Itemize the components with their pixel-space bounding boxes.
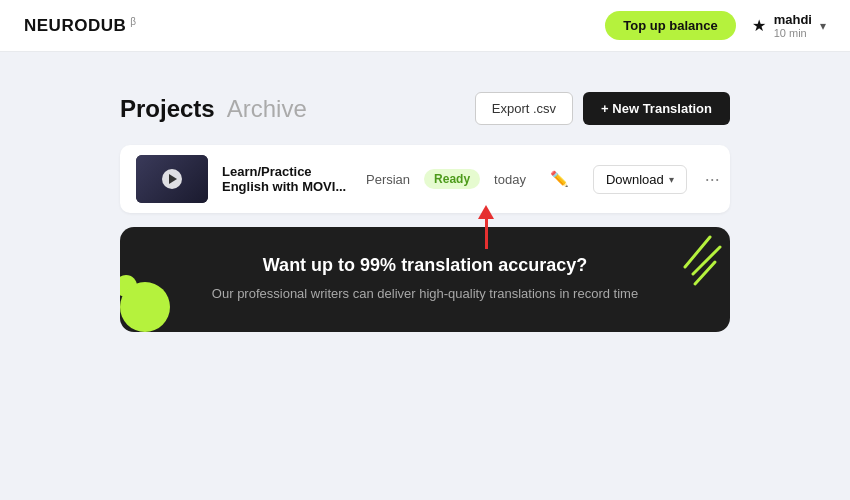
deco-right (655, 232, 725, 302)
download-button[interactable]: Download ▾ (593, 165, 687, 194)
edit-icon[interactable]: ✏️ (550, 170, 569, 188)
download-chevron-icon: ▾ (669, 174, 674, 185)
project-language: Persian (366, 172, 410, 187)
play-button[interactable] (162, 169, 182, 189)
svg-line-2 (695, 262, 715, 284)
main-content: Projects Archive Export .csv + New Trans… (0, 52, 850, 332)
header-right: Top up balance ★ mahdi 10 min ▾ (605, 11, 826, 40)
user-menu[interactable]: ★ mahdi 10 min ▾ (752, 12, 826, 39)
project-name: Learn/Practice English with MOVI... (222, 164, 352, 194)
deco-circle-big (120, 282, 170, 332)
star-icon: ★ (752, 16, 766, 35)
archive-title: Archive (227, 95, 307, 123)
status-badge: Ready (424, 169, 480, 189)
logo: NEURODUBβ (24, 16, 136, 36)
new-translation-button[interactable]: + New Translation (583, 92, 730, 125)
user-name: mahdi (774, 12, 812, 27)
download-label: Download (606, 172, 664, 187)
arrow-line (485, 219, 488, 249)
play-icon (169, 174, 177, 184)
project-thumbnail (136, 155, 208, 203)
promo-description: Our professional writers can deliver hig… (150, 284, 700, 304)
projects-title: Projects (120, 95, 215, 123)
logo-beta: β (130, 16, 136, 27)
title-group: Projects Archive (120, 95, 307, 123)
header: NEURODUBβ Top up balance ★ mahdi 10 min … (0, 0, 850, 52)
user-time: 10 min (774, 27, 812, 39)
chevron-down-icon: ▾ (820, 19, 826, 33)
red-arrow-indicator (478, 205, 494, 249)
arrow-head (478, 205, 494, 219)
promo-banner: Want up to 99% translation accuracy? Our… (120, 227, 730, 332)
logo-text: NEURODUB (24, 16, 126, 36)
project-row: Learn/Practice English with MOVI... Pers… (120, 145, 730, 213)
deco-left (120, 267, 180, 332)
more-options-button[interactable]: ··· (705, 169, 720, 190)
actions-group: Export .csv + New Translation (475, 92, 730, 125)
top-up-button[interactable]: Top up balance (605, 11, 735, 40)
project-date: today (494, 172, 526, 187)
export-button[interactable]: Export .csv (475, 92, 573, 125)
promo-title: Want up to 99% translation accuracy? (150, 255, 700, 276)
user-details: mahdi 10 min (774, 12, 812, 39)
projects-header: Projects Archive Export .csv + New Trans… (120, 92, 730, 125)
